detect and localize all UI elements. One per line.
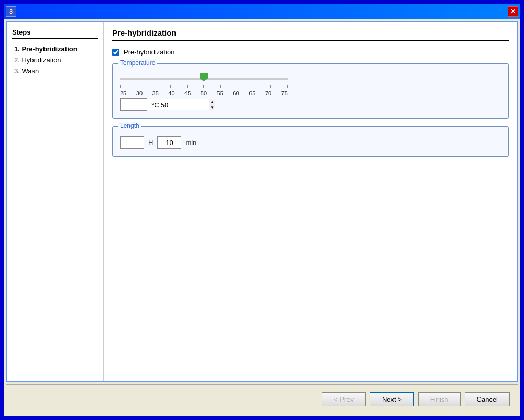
app-icon: 3 [6, 6, 16, 17]
sidebar-title: Steps [12, 28, 98, 39]
hours-label: H [148, 139, 153, 147]
temperature-down-button[interactable]: ▼ [209, 105, 215, 111]
slider-thumb[interactable] [199, 73, 209, 84]
length-group: Length H min [112, 126, 509, 157]
main-panel: Pre-hybridization Pre-hybridization Temp… [104, 22, 517, 381]
temperature-value-input[interactable] [121, 99, 209, 110]
sidebar: Steps 1. Pre-hybridization 2. Hybridizat… [7, 22, 104, 381]
close-button[interactable]: ✕ [508, 6, 518, 17]
temperature-unit: °C [151, 101, 159, 109]
temperature-up-button[interactable]: ▲ [209, 99, 215, 105]
spinbox-arrows: ▲ ▼ [209, 99, 215, 110]
bottom-bar: < Prev Next > Finish Cancel [6, 384, 518, 414]
temp-row: ▲ ▼ °C [120, 98, 501, 111]
cancel-button[interactable]: Cancel [465, 392, 510, 406]
sidebar-item-hybridization[interactable]: 2. Hybridization [12, 55, 98, 65]
sidebar-item-pre-hybridization[interactable]: 1. Pre-hybridization [12, 44, 98, 54]
main-window: 3 ✕ Steps 1. Pre-hybridization 2. Hybrid… [3, 3, 521, 417]
slider-ticks [120, 85, 288, 88]
temperature-group-title: Temperature [118, 59, 157, 67]
content-area: Steps 1. Pre-hybridization 2. Hybridizat… [6, 21, 518, 382]
hours-input[interactable] [120, 136, 144, 149]
minutes-label: min [185, 139, 196, 147]
length-row: H min [120, 136, 501, 149]
next-button[interactable]: Next > [370, 392, 414, 406]
title-bar: 3 ✕ [4, 4, 520, 19]
finish-button[interactable]: Finish [418, 392, 461, 406]
slider-labels: 25 30 35 40 45 50 55 60 65 70 75 [120, 90, 288, 96]
temperature-group: Temperature [112, 63, 509, 119]
temperature-spinbox[interactable]: ▲ ▼ [120, 98, 147, 111]
prev-button[interactable]: < Prev [322, 392, 366, 406]
slider-track [120, 73, 288, 84]
length-group-title: Length [118, 122, 141, 129]
panel-title: Pre-hybridization [112, 28, 509, 41]
checkbox-label[interactable]: Pre-hybridization [124, 48, 175, 56]
minutes-input[interactable] [157, 136, 181, 149]
slider-thumb-body [200, 73, 208, 81]
sidebar-item-wash[interactable]: 3. Wash [12, 66, 98, 76]
pre-hybridization-checkbox[interactable] [112, 49, 119, 56]
checkbox-row: Pre-hybridization [112, 48, 509, 56]
slider-container: 25 30 35 40 45 50 55 60 65 70 75 [120, 73, 501, 96]
